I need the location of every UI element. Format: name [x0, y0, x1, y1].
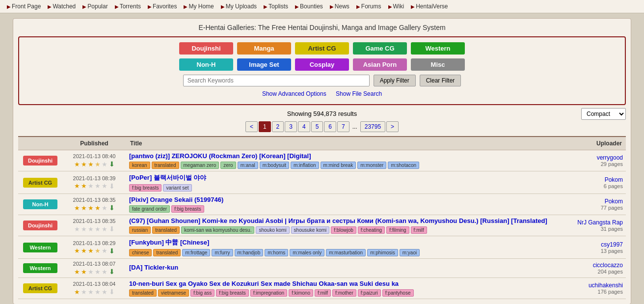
tag[interactable]: m:inflation [291, 162, 319, 169]
tag[interactable]: f:cheating [358, 226, 385, 234]
cat-btn-doujinshi[interactable]: Doujinshi [179, 42, 233, 55]
tag[interactable]: f:milf [315, 289, 331, 297]
nav-front-page[interactable]: ▶ Front Page [4, 2, 44, 11]
nav-torrents[interactable]: ▶ Torrents [112, 2, 144, 11]
uploader-name[interactable]: NrJ Gangsta Rap [570, 219, 623, 226]
clear-filter-button[interactable]: Clear Filter [420, 75, 461, 86]
page-2[interactable]: 2 [272, 121, 284, 132]
uploader-name[interactable]: cicclocazzo [570, 262, 623, 269]
category-label[interactable]: Western [23, 263, 57, 273]
tag[interactable]: chinese [129, 249, 152, 256]
cat-btn-manga[interactable]: Manga [237, 42, 291, 55]
nav-favorites[interactable]: ▶ Favorites [145, 2, 180, 11]
tag[interactable]: f:milf [411, 226, 427, 234]
cat-btn-image-set[interactable]: Image Set [237, 58, 291, 71]
tag[interactable]: f:impregnation [250, 289, 287, 297]
category-label[interactable]: Artist CG [23, 283, 57, 293]
view-select[interactable]: Minimal Compact Extended Thumbnail [581, 108, 626, 120]
tag[interactable]: f:filming [386, 226, 409, 234]
tag[interactable]: m:bodysuit [260, 162, 289, 169]
page-5[interactable]: 5 [311, 121, 323, 132]
nav-forums[interactable]: ▶ Forums [353, 2, 384, 11]
nav-news[interactable]: ▶ News [327, 2, 352, 11]
download-icon[interactable]: ⬇ [109, 160, 115, 168]
tag[interactable]: f:big breasts [171, 205, 204, 213]
cat-btn-artist-cg[interactable]: Artist CG [295, 42, 349, 55]
tag[interactable]: f:big ass [190, 289, 215, 297]
tag[interactable]: m:anal [238, 162, 258, 169]
cat-btn-misc[interactable]: Misc [411, 58, 465, 71]
tag[interactable]: translated [129, 289, 157, 297]
tag[interactable]: megaman zero [181, 162, 219, 169]
page-6[interactable]: 6 [324, 121, 336, 132]
search-input[interactable] [183, 75, 370, 86]
cat-btn-non-h[interactable]: Non-H [179, 58, 233, 71]
page-7[interactable]: 7 [337, 121, 349, 132]
gallery-title-link[interactable]: [PoPer] 블랙서바이벌 야야 [129, 173, 564, 182]
tag[interactable]: m:handjob [235, 249, 264, 256]
tag[interactable]: m:phimosis [367, 249, 398, 256]
tag[interactable]: m:males only [290, 249, 324, 256]
tag[interactable]: f:paizuri [358, 289, 381, 297]
page-last[interactable]: 23795 [360, 121, 385, 132]
show-advanced-options-link[interactable]: Show Advanced Options [262, 90, 326, 97]
tag[interactable]: translated [152, 162, 179, 169]
tag[interactable]: zero [220, 162, 236, 169]
tag[interactable]: f:big breasts [129, 184, 161, 192]
cat-btn-western[interactable]: Western [411, 42, 465, 55]
page-prev[interactable]: < [245, 121, 258, 132]
apply-filter-button[interactable]: Apply Filter [374, 75, 416, 86]
download-icon[interactable]: ⬇ [109, 268, 115, 276]
gallery-title-link[interactable]: [pantwo (ziz)] ZEROJOKU (Rockman Zero) [… [129, 152, 564, 160]
uploader-name[interactable]: Pokom [570, 176, 623, 183]
tag[interactable]: fate grand order [129, 205, 170, 213]
tag[interactable]: m:yaoi [400, 249, 420, 256]
category-label[interactable]: Artist CG [23, 178, 57, 188]
nav-hentaiversse[interactable]: ▶ HentaiVerse [408, 2, 451, 11]
category-label[interactable]: Doujinshi [23, 156, 57, 166]
tag[interactable]: m:shotacon [388, 162, 419, 169]
tag[interactable]: m:monster [357, 162, 386, 169]
tag[interactable]: m:mind break [321, 162, 356, 169]
category-label[interactable]: Western [23, 243, 57, 252]
nav-popular[interactable]: ▶ Popular [80, 2, 110, 11]
cat-btn-asian-porn[interactable]: Asian Porn [353, 58, 407, 71]
show-file-search-link[interactable]: Show File Search [336, 90, 382, 97]
nav-wiki[interactable]: ▶ Wiki [385, 2, 407, 11]
page-1[interactable]: 1 [259, 121, 271, 132]
page-4[interactable]: 4 [298, 121, 310, 132]
tag[interactable]: komi-san wa komyushou desu. [181, 226, 254, 234]
cat-btn-game-cg[interactable]: Game CG [353, 42, 407, 55]
tag[interactable]: shouko komi [256, 226, 289, 234]
page-next[interactable]: > [386, 121, 399, 132]
cat-btn-cosplay[interactable]: Cosplay [295, 58, 349, 71]
tag[interactable]: korean [129, 162, 150, 169]
download-icon[interactable]: ⬇ [109, 204, 115, 212]
tag[interactable]: m:masturbation [326, 249, 366, 256]
gallery-title-link[interactable]: [Pixiv] Orange Sekaii (5199746) [129, 196, 564, 203]
tag[interactable]: f:blowjob [331, 226, 356, 234]
tag[interactable]: shousuke komi [291, 226, 330, 234]
nav-watched[interactable]: ▶ Watched [45, 2, 79, 11]
gallery-title-link[interactable]: [DA] Tickler-kun [129, 264, 564, 271]
uploader-name[interactable]: csy1997 [570, 241, 623, 248]
nav-bounties[interactable]: ▶ Bounties [292, 2, 326, 11]
category-label[interactable]: Doujinshi [23, 221, 57, 230]
tag[interactable]: m:frottage [182, 249, 210, 256]
tag[interactable]: vietnamese [158, 289, 189, 297]
category-label[interactable]: Non-H [23, 199, 57, 209]
gallery-title-link[interactable]: [Funkybun] 中普 [Chinese] [129, 238, 564, 247]
download-icon[interactable]: ⬇ [109, 247, 115, 255]
gallery-title-link[interactable]: (C97) [Guhan Shounen] Komi-ke no Kyoudai… [129, 217, 564, 224]
nav-toplists[interactable]: ▶ Toplists [261, 2, 291, 11]
tag[interactable]: m:horns [265, 249, 288, 256]
uploader-name[interactable]: Pokom [570, 198, 623, 205]
tag[interactable]: translated [152, 226, 180, 234]
tag[interactable]: translated [153, 249, 181, 256]
tag[interactable]: f:kimono [289, 289, 313, 297]
nav-my-uploads[interactable]: ▶ My Uploads [218, 2, 260, 11]
nav-my-home[interactable]: ▶ My Home [181, 2, 216, 11]
gallery-title-link[interactable]: 10-nen-buri Sex ga Oyako Sex de Kozukuri… [129, 280, 564, 287]
uploader-name[interactable]: uchihakenshi [570, 282, 623, 289]
tag[interactable]: f:big breasts [216, 289, 248, 297]
